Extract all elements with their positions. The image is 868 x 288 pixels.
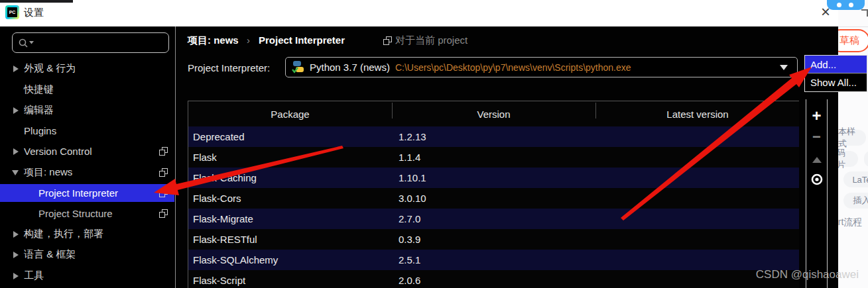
cell-version: 1.1.4	[399, 152, 597, 163]
cell-package: Flask-RESTful	[193, 234, 392, 245]
dialog-body: 外观 & 行为 快捷键 编辑器 Plugins Version Control	[0, 26, 838, 288]
table-row[interactable]: Flask-Script 2.0.6	[188, 270, 799, 288]
table-row[interactable]: Flask-SQLAlchemy 2.5.1	[188, 250, 799, 270]
sidebar-item-label: 快捷键	[24, 83, 54, 96]
upgrade-package-button[interactable]	[806, 151, 827, 168]
text-style-label: 本样式	[838, 126, 861, 150]
chevron-right-icon[interactable]	[13, 231, 19, 238]
column-separator	[392, 103, 393, 119]
clipped-corner-icon	[861, 9, 868, 17]
cell-version: 1.10.1	[399, 172, 597, 183]
column-header-latest[interactable]: Latest version	[595, 101, 799, 126]
latex-label: LaTe	[852, 175, 868, 185]
sidebar-item-version-control[interactable]: Version Control	[0, 142, 174, 160]
insert-button[interactable]: 插入	[843, 193, 868, 209]
code-snippet-label: 码片	[837, 147, 853, 171]
sidebar-item-project-structure[interactable]: Project Structure	[0, 205, 174, 222]
sidebar-item-plugins[interactable]: Plugins	[0, 122, 174, 140]
interpreter-name: Python 3.7 (news)	[310, 62, 390, 73]
dialog-title: 设置	[24, 7, 44, 19]
page-divider-horizontal	[838, 26, 868, 27]
settings-dialog: PC 设置 × 外观 & 行为	[0, 0, 838, 288]
chevron-right-icon[interactable]	[13, 148, 19, 155]
sidebar-item-keymap[interactable]: 快捷键	[0, 81, 174, 99]
sidebar-item-label: 构建，执行，部署	[24, 228, 103, 240]
scope-note: 对于当前 project	[395, 34, 467, 47]
search-input[interactable]	[35, 37, 157, 49]
sidebar-item-label: Version Control	[24, 146, 92, 157]
sidebar-item-label: 编辑器	[24, 104, 54, 117]
table-row[interactable]: Flask 1.1.4	[188, 147, 799, 168]
breadcrumb-separator: ›	[247, 34, 250, 46]
settings-sidebar: 外观 & 行为 快捷键 编辑器 Plugins Version Control	[0, 26, 176, 288]
screenshot-root: 草稿 本样式 码片 LaTe 插入 art流程 PC 设置 ×	[0, 0, 868, 288]
sidebar-item-label: 语言 & 框架	[24, 248, 76, 261]
table-row[interactable]: Flask-Migrate 2.7.0	[188, 209, 799, 229]
sidebar-item-project-news[interactable]: 项目: news	[0, 164, 174, 181]
breadcrumb-page: Project Interpreter	[259, 34, 345, 46]
eye-icon	[810, 173, 824, 186]
show-early-releases-button[interactable]	[806, 171, 827, 188]
table-row[interactable]: Flask-Caching 1.10.1	[188, 168, 799, 188]
table-row[interactable]: Flask-RESTful 0.3.9	[188, 229, 799, 250]
table-row[interactable]: Deprecated 1.2.13	[188, 126, 799, 147]
cell-version: 2.5.1	[399, 254, 597, 265]
dropdown-arrow-icon[interactable]	[780, 65, 788, 70]
csdn-blue-chip	[827, 0, 865, 10]
cell-package: Flask-Caching	[193, 172, 392, 183]
sidebar-item-label: Plugins	[24, 125, 56, 136]
sidebar-item-tools[interactable]: 工具	[0, 267, 174, 285]
pycharm-logo-text: PC	[7, 7, 17, 17]
chevron-right-icon[interactable]	[13, 66, 19, 72]
column-header-version[interactable]: Version	[392, 101, 595, 126]
menu-item-show-all[interactable]: Show All...	[805, 73, 867, 91]
interpreter-path: C:\Users\pc\Desktop\py\p7\news\venv\Scri…	[395, 62, 780, 73]
interpreter-context-menu: Add... Show All...	[804, 55, 867, 92]
cell-version: 1.2.13	[399, 131, 597, 142]
sidebar-item-project-interpreter[interactable]: Project Interpreter	[0, 184, 174, 202]
interpreter-label: Project Interpreter:	[188, 62, 270, 73]
latex-button[interactable]: LaTe	[843, 171, 868, 187]
override-icon	[159, 209, 168, 218]
column-separator	[595, 103, 596, 119]
chevron-right-icon[interactable]	[13, 273, 19, 279]
menu-item-add[interactable]: Add...	[805, 56, 867, 73]
package-toolbar: + −	[806, 99, 827, 288]
upgrade-arrow-icon	[812, 157, 822, 163]
install-package-button[interactable]: +	[806, 107, 827, 124]
sidebar-item-editor[interactable]: 编辑器	[0, 101, 174, 119]
cell-version: 0.3.9	[399, 234, 597, 245]
cell-version: 2.7.0	[399, 213, 597, 224]
clipped-pill[interactable]	[864, 151, 868, 167]
cell-package: Flask-SQLAlchemy	[193, 254, 392, 265]
cell-package: Flask-Cors	[193, 193, 392, 204]
python-icon	[291, 60, 306, 75]
toolbar-border-right	[827, 99, 828, 288]
settings-search-box[interactable]	[12, 32, 169, 53]
uninstall-package-button[interactable]: −	[806, 128, 827, 146]
column-header-package[interactable]: Package	[188, 101, 392, 126]
chip-dot	[849, 3, 853, 7]
draft-button-label: 草稿	[839, 34, 859, 47]
override-icon	[159, 189, 168, 197]
sidebar-item-label: 外观 & 行为	[24, 62, 76, 75]
chip-dot	[837, 3, 841, 7]
sidebar-item-languages[interactable]: 语言 & 框架	[0, 246, 174, 264]
override-icon	[383, 36, 392, 45]
cell-package: Deprecated	[193, 131, 392, 142]
chevron-right-icon[interactable]	[13, 107, 19, 114]
table-row[interactable]: Flask-Cors 3.0.10	[188, 188, 799, 209]
sidebar-item-appearance[interactable]: 外观 & 行为	[0, 60, 174, 77]
sidebar-item-build[interactable]: 构建，执行，部署	[0, 225, 174, 243]
insert-label: 插入	[853, 195, 868, 207]
override-icon	[159, 168, 168, 177]
breadcrumb-project[interactable]: 项目: news	[188, 34, 239, 47]
cell-version: 2.0.6	[399, 275, 597, 286]
pycharm-logo-icon: PC	[5, 5, 19, 19]
chevron-right-icon[interactable]	[13, 252, 19, 258]
sidebar-item-label: Project Interpreter	[38, 187, 118, 199]
sidebar-item-label: 工具	[24, 269, 44, 282]
interpreter-dropdown[interactable]: Python 3.7 (news) C:\Users\pc\Desktop\py…	[285, 57, 798, 77]
chevron-down-icon[interactable]	[12, 170, 19, 175]
cell-package: Flask	[193, 152, 392, 163]
